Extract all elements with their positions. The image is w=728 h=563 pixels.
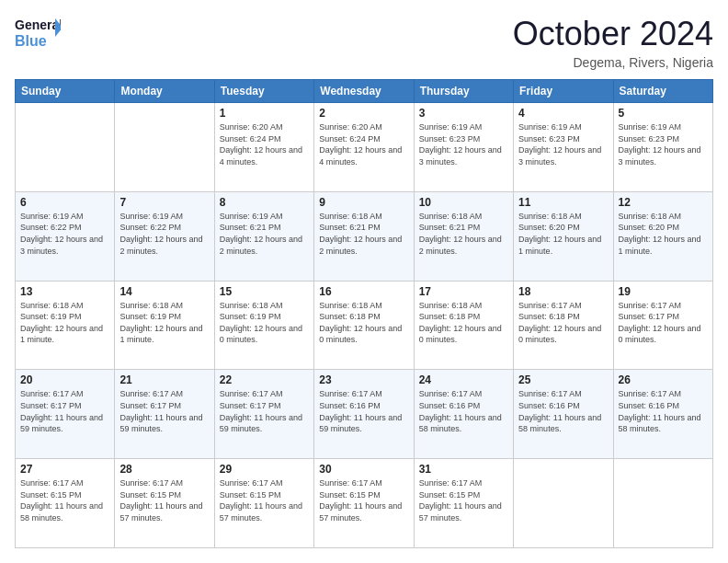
cell-date-number: 23 — [319, 373, 408, 386]
cell-date-number: 26 — [619, 373, 708, 386]
cell-date-number: 20 — [20, 373, 109, 386]
calendar-cell: 17Sunrise: 6:18 AM Sunset: 6:18 PM Dayli… — [414, 281, 513, 370]
page: General Blue October 2024 Degema, Rivers… — [0, 0, 728, 563]
calendar-cell: 24Sunrise: 6:17 AM Sunset: 6:16 PM Dayli… — [414, 370, 513, 459]
cell-info-text: Sunrise: 6:20 AM Sunset: 6:24 PM Dayligh… — [220, 121, 309, 167]
cell-info-text: Sunrise: 6:19 AM Sunset: 6:23 PM Dayligh… — [619, 121, 708, 167]
calendar-cell: 29Sunrise: 6:17 AM Sunset: 6:15 PM Dayli… — [214, 459, 313, 548]
calendar-week-4: 20Sunrise: 6:17 AM Sunset: 6:17 PM Dayli… — [16, 370, 713, 459]
logo-svg: General Blue — [15, 15, 61, 53]
cell-date-number: 5 — [619, 107, 708, 120]
calendar-cell: 16Sunrise: 6:18 AM Sunset: 6:18 PM Dayli… — [314, 281, 414, 370]
cell-info-text: Sunrise: 6:19 AM Sunset: 6:21 PM Dayligh… — [220, 211, 309, 257]
cell-info-text: Sunrise: 6:18 AM Sunset: 6:19 PM Dayligh… — [119, 300, 209, 346]
cell-date-number: 11 — [518, 196, 608, 209]
calendar-cell: 7Sunrise: 6:19 AM Sunset: 6:22 PM Daylig… — [115, 191, 214, 281]
calendar-cell: 8Sunrise: 6:19 AM Sunset: 6:21 PM Daylig… — [214, 191, 313, 281]
cell-date-number: 1 — [220, 107, 309, 120]
logo: General Blue — [15, 15, 61, 53]
cell-info-text: Sunrise: 6:17 AM Sunset: 6:18 PM Dayligh… — [518, 300, 608, 346]
cell-date-number: 25 — [518, 373, 608, 386]
header: General Blue October 2024 Degema, Rivers… — [15, 15, 713, 70]
cell-date-number: 8 — [220, 196, 309, 209]
day-header-friday: Friday — [514, 80, 613, 103]
cell-info-text: Sunrise: 6:18 AM Sunset: 6:19 PM Dayligh… — [20, 300, 109, 346]
cell-date-number: 15 — [220, 285, 309, 298]
cell-info-text: Sunrise: 6:18 AM Sunset: 6:21 PM Dayligh… — [319, 211, 408, 257]
calendar-cell: 25Sunrise: 6:17 AM Sunset: 6:16 PM Dayli… — [514, 370, 613, 459]
cell-info-text: Sunrise: 6:19 AM Sunset: 6:22 PM Dayligh… — [20, 211, 109, 257]
calendar-cell: 4Sunrise: 6:19 AM Sunset: 6:23 PM Daylig… — [514, 103, 613, 192]
calendar-cell: 30Sunrise: 6:17 AM Sunset: 6:15 PM Dayli… — [314, 459, 414, 548]
cell-date-number: 18 — [518, 285, 608, 298]
calendar-week-2: 6Sunrise: 6:19 AM Sunset: 6:22 PM Daylig… — [16, 191, 713, 281]
cell-date-number: 6 — [20, 196, 109, 209]
cell-date-number: 4 — [518, 107, 608, 120]
calendar-table: SundayMondayTuesdayWednesdayThursdayFrid… — [15, 79, 713, 548]
cell-date-number: 21 — [119, 373, 209, 386]
calendar-cell: 1Sunrise: 6:20 AM Sunset: 6:24 PM Daylig… — [214, 103, 313, 192]
calendar-cell: 13Sunrise: 6:18 AM Sunset: 6:19 PM Dayli… — [16, 281, 115, 370]
svg-text:Blue: Blue — [15, 33, 47, 49]
calendar-cell: 9Sunrise: 6:18 AM Sunset: 6:21 PM Daylig… — [314, 191, 414, 281]
cell-date-number: 14 — [119, 285, 209, 298]
cell-info-text: Sunrise: 6:17 AM Sunset: 6:15 PM Dayligh… — [220, 477, 309, 523]
calendar-header-row: SundayMondayTuesdayWednesdayThursdayFrid… — [16, 80, 713, 103]
cell-date-number: 27 — [20, 463, 109, 476]
calendar-cell: 19Sunrise: 6:17 AM Sunset: 6:17 PM Dayli… — [613, 281, 712, 370]
calendar-cell — [514, 459, 613, 548]
calendar-cell: 21Sunrise: 6:17 AM Sunset: 6:17 PM Dayli… — [115, 370, 214, 459]
title-block: October 2024 Degema, Rivers, Nigeria — [513, 15, 713, 70]
calendar-cell: 10Sunrise: 6:18 AM Sunset: 6:21 PM Dayli… — [414, 191, 513, 281]
cell-info-text: Sunrise: 6:18 AM Sunset: 6:20 PM Dayligh… — [619, 211, 708, 257]
cell-info-text: Sunrise: 6:20 AM Sunset: 6:24 PM Dayligh… — [319, 121, 408, 167]
calendar-cell: 27Sunrise: 6:17 AM Sunset: 6:15 PM Dayli… — [16, 459, 115, 548]
calendar-week-5: 27Sunrise: 6:17 AM Sunset: 6:15 PM Dayli… — [16, 459, 713, 548]
calendar-cell: 2Sunrise: 6:20 AM Sunset: 6:24 PM Daylig… — [314, 103, 414, 192]
cell-date-number: 24 — [419, 373, 508, 386]
calendar-cell: 26Sunrise: 6:17 AM Sunset: 6:16 PM Dayli… — [613, 370, 712, 459]
calendar-cell — [613, 459, 712, 548]
cell-info-text: Sunrise: 6:17 AM Sunset: 6:16 PM Dayligh… — [419, 388, 508, 434]
calendar-cell: 18Sunrise: 6:17 AM Sunset: 6:18 PM Dayli… — [514, 281, 613, 370]
cell-info-text: Sunrise: 6:18 AM Sunset: 6:18 PM Dayligh… — [419, 300, 508, 346]
cell-info-text: Sunrise: 6:19 AM Sunset: 6:23 PM Dayligh… — [518, 121, 608, 167]
calendar-week-1: 1Sunrise: 6:20 AM Sunset: 6:24 PM Daylig… — [16, 103, 713, 192]
day-header-sunday: Sunday — [16, 80, 115, 103]
calendar-cell: 31Sunrise: 6:17 AM Sunset: 6:15 PM Dayli… — [414, 459, 513, 548]
day-header-saturday: Saturday — [613, 80, 712, 103]
cell-date-number: 12 — [619, 196, 708, 209]
cell-date-number: 3 — [419, 107, 508, 120]
calendar-cell: 15Sunrise: 6:18 AM Sunset: 6:19 PM Dayli… — [214, 281, 313, 370]
cell-date-number: 22 — [220, 373, 309, 386]
cell-info-text: Sunrise: 6:17 AM Sunset: 6:17 PM Dayligh… — [20, 388, 109, 434]
calendar-cell: 14Sunrise: 6:18 AM Sunset: 6:19 PM Dayli… — [115, 281, 214, 370]
cell-info-text: Sunrise: 6:19 AM Sunset: 6:22 PM Dayligh… — [119, 211, 209, 257]
cell-info-text: Sunrise: 6:17 AM Sunset: 6:15 PM Dayligh… — [119, 477, 209, 523]
cell-date-number: 16 — [319, 285, 408, 298]
cell-date-number: 10 — [419, 196, 508, 209]
calendar-cell — [115, 103, 214, 192]
cell-info-text: Sunrise: 6:19 AM Sunset: 6:23 PM Dayligh… — [419, 121, 508, 167]
calendar-cell — [16, 103, 115, 192]
calendar-cell: 28Sunrise: 6:17 AM Sunset: 6:15 PM Dayli… — [115, 459, 214, 548]
calendar-cell: 12Sunrise: 6:18 AM Sunset: 6:20 PM Dayli… — [613, 191, 712, 281]
cell-date-number: 28 — [119, 463, 209, 476]
cell-date-number: 30 — [319, 463, 408, 476]
cell-date-number: 9 — [319, 196, 408, 209]
cell-date-number: 29 — [220, 463, 309, 476]
cell-date-number: 13 — [20, 285, 109, 298]
cell-info-text: Sunrise: 6:17 AM Sunset: 6:17 PM Dayligh… — [119, 388, 209, 434]
cell-info-text: Sunrise: 6:17 AM Sunset: 6:17 PM Dayligh… — [619, 300, 708, 346]
cell-info-text: Sunrise: 6:18 AM Sunset: 6:21 PM Dayligh… — [419, 211, 508, 257]
calendar-cell: 5Sunrise: 6:19 AM Sunset: 6:23 PM Daylig… — [613, 103, 712, 192]
calendar-cell: 20Sunrise: 6:17 AM Sunset: 6:17 PM Dayli… — [16, 370, 115, 459]
cell-info-text: Sunrise: 6:18 AM Sunset: 6:19 PM Dayligh… — [220, 300, 309, 346]
cell-info-text: Sunrise: 6:18 AM Sunset: 6:18 PM Dayligh… — [319, 300, 408, 346]
cell-date-number: 7 — [119, 196, 209, 209]
cell-info-text: Sunrise: 6:17 AM Sunset: 6:15 PM Dayligh… — [419, 477, 508, 523]
day-header-tuesday: Tuesday — [214, 80, 313, 103]
calendar-cell: 11Sunrise: 6:18 AM Sunset: 6:20 PM Dayli… — [514, 191, 613, 281]
cell-date-number: 19 — [619, 285, 708, 298]
calendar-cell: 22Sunrise: 6:17 AM Sunset: 6:17 PM Dayli… — [214, 370, 313, 459]
